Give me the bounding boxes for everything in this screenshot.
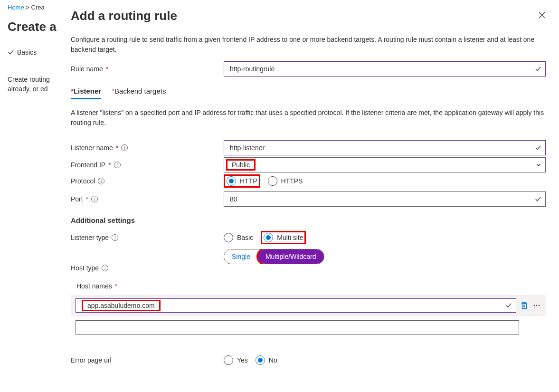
host-type-single[interactable]: Single bbox=[224, 249, 258, 264]
host-names-label: Host names bbox=[76, 282, 112, 290]
panel-description: Configure a routing rule to send traffic… bbox=[71, 35, 546, 55]
frontend-ip-select[interactable]: Public bbox=[224, 157, 546, 172]
error-page-url-label: Error page url bbox=[71, 356, 112, 364]
delete-hostname-button[interactable] bbox=[520, 301, 529, 310]
close-icon bbox=[538, 11, 546, 19]
page-title: Create a bbox=[8, 19, 57, 34]
hostname-input-1[interactable] bbox=[76, 320, 519, 335]
breadcrumb-home[interactable]: Home bbox=[8, 4, 24, 11]
check-icon bbox=[535, 66, 541, 72]
port-label: Port bbox=[71, 195, 83, 203]
step-basics[interactable]: Basics bbox=[8, 48, 57, 56]
frontend-ip-label: Frontend IP bbox=[71, 161, 105, 169]
host-type-label: Host type bbox=[71, 264, 99, 272]
listener-type-radio-group: Basic Multi site bbox=[224, 231, 546, 244]
check-icon bbox=[505, 302, 512, 309]
host-type-multiple[interactable]: Multiple/Wildcard bbox=[258, 249, 324, 264]
check-icon bbox=[8, 49, 14, 56]
info-icon[interactable]: i bbox=[102, 265, 108, 271]
info-icon[interactable]: i bbox=[114, 162, 121, 168]
listener-description: A listener "listens" on a specified port… bbox=[71, 108, 546, 128]
host-type-toggle: Single Multiple/Wildcard bbox=[224, 249, 324, 264]
tab-backend-targets[interactable]: *Backend targets bbox=[112, 87, 166, 99]
info-icon[interactable]: i bbox=[121, 144, 128, 151]
error-page-yes-radio[interactable]: Yes bbox=[224, 355, 248, 365]
panel-title: Add a routing rule bbox=[71, 9, 546, 23]
info-icon[interactable]: i bbox=[91, 196, 98, 202]
left-description: Create routing already, or ed bbox=[8, 75, 57, 94]
protocol-label: Protocol bbox=[71, 177, 95, 185]
check-icon bbox=[535, 144, 541, 151]
more-options-button[interactable] bbox=[532, 301, 541, 310]
info-icon[interactable]: i bbox=[98, 178, 104, 184]
port-input[interactable]: 80 bbox=[224, 191, 546, 207]
check-icon bbox=[535, 196, 541, 202]
error-page-radio-group: Yes No bbox=[224, 355, 546, 365]
svg-point-2 bbox=[539, 305, 540, 306]
protocol-http-radio[interactable]: HTTP bbox=[227, 176, 257, 186]
protocol-https-radio[interactable]: HTTPS bbox=[268, 176, 303, 186]
hostname-input-0[interactable]: app.asabuludemo.com bbox=[76, 298, 516, 313]
listener-type-basic-radio[interactable]: Basic bbox=[224, 233, 253, 242]
error-page-no-radio[interactable]: No bbox=[256, 355, 277, 365]
svg-point-0 bbox=[534, 305, 535, 306]
rule-name-label: Rule name bbox=[71, 65, 103, 73]
chevron-down-icon bbox=[536, 162, 541, 168]
listener-name-input[interactable]: http-listener bbox=[224, 140, 546, 155]
breadcrumb: Home > Crea bbox=[8, 4, 57, 11]
listener-type-multisite-radio[interactable]: Multi site bbox=[264, 233, 303, 242]
protocol-radio-group: HTTP HTTPS bbox=[224, 174, 546, 188]
breadcrumb-create[interactable]: Crea bbox=[31, 4, 45, 11]
listener-type-label: Listener type bbox=[71, 234, 109, 241]
additional-settings-heading: Additional settings bbox=[71, 216, 546, 224]
close-button[interactable] bbox=[536, 10, 548, 21]
rule-name-input[interactable]: http-routingrule bbox=[224, 61, 546, 76]
info-icon[interactable]: i bbox=[112, 234, 118, 241]
hostnames-row: app.asabuludemo.com bbox=[71, 295, 546, 316]
svg-point-1 bbox=[536, 305, 538, 306]
tab-listener[interactable]: *Listener bbox=[71, 87, 101, 99]
listener-name-label: Listener name bbox=[71, 144, 113, 152]
